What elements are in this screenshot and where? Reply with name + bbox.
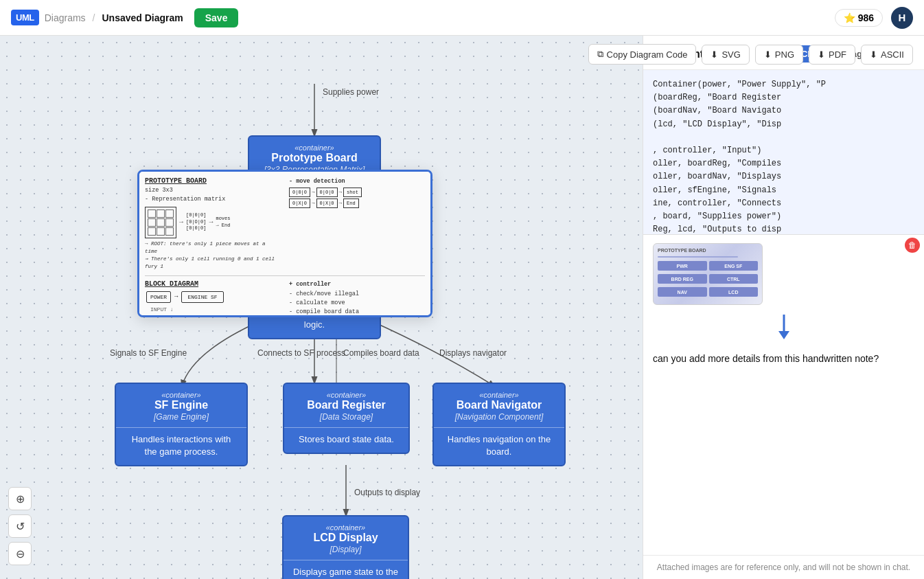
download-svg-icon: ⬇: [711, 49, 718, 60]
node-divider: [284, 560, 408, 560]
node-description: Displays game state to the user.: [292, 566, 400, 579]
label-connects-sf: Connects to SF process: [257, 348, 345, 358]
download-ascii-icon: ⬇: [870, 49, 877, 60]
diagram-canvas[interactable]: Supplies power Input Signals to SF Engin…: [0, 36, 643, 579]
label-signals-sf: Signals to SF Engine: [110, 348, 187, 358]
node-subtitle: [Display]: [292, 545, 400, 554]
breadcrumb-diagrams[interactable]: Diagrams: [45, 12, 86, 23]
zoom-controls: ⊕ ↺ ⊖: [8, 487, 32, 565]
label-outputs-display: Outputs to display: [354, 488, 420, 497]
main-content: Supplies power Input Signals to SF Engin…: [0, 36, 924, 579]
export-png-button[interactable]: ⬇ PNG: [755, 45, 803, 65]
export-ascii-button[interactable]: ⬇ ASCII: [861, 45, 913, 65]
node-divider: [434, 427, 564, 428]
zoom-out-icon: ⊖: [16, 547, 25, 560]
star-badge: ⭐ 986: [835, 9, 883, 27]
zoom-in-button[interactable]: ⊕: [8, 487, 32, 510]
assistant-panel: Assistant Chat Diagram Code Container(po…: [643, 36, 924, 579]
avatar[interactable]: H: [891, 7, 913, 29]
label-displays-nav: Displays navigator: [439, 348, 507, 358]
node-stereotype: «container»: [442, 391, 556, 399]
chat-area[interactable]: PROTOTYPE BOARD PWR ENG SF BRD REG CTRL …: [643, 235, 924, 555]
app-logo: UML: [11, 10, 39, 25]
node-stereotype: «container»: [257, 144, 371, 152]
trash-icon: 🗑: [908, 240, 916, 250]
breadcrumb-separator: /: [93, 12, 95, 23]
node-divider: [116, 427, 246, 428]
node-sf-engine: «container» SF Engine [Game Engine] Hand…: [115, 383, 248, 466]
node-stereotype: «container»: [292, 391, 400, 399]
diagram-title: Unsaved Diagram: [102, 12, 183, 23]
blue-arrow-indicator: [653, 315, 914, 342]
zoom-in-icon: ⊕: [16, 492, 25, 506]
topbar: UML Diagrams / Unsaved Diagram Save ⭐ 98…: [0, 0, 924, 36]
topbar-right: ⭐ 986 H: [835, 7, 913, 29]
star-count: 986: [858, 12, 874, 23]
node-board-navigator: «container» Board Navigator [Navigation …: [432, 383, 566, 466]
export-toolbar: ⧉ Copy Diagram Code ⬇ SVG ⬇ PNG ⬇ PDF ⬇ …: [588, 44, 913, 65]
star-icon: ⭐: [844, 12, 855, 23]
chat-message-text: can you add more details from this handw…: [653, 352, 914, 366]
node-stereotype: «container»: [292, 523, 400, 532]
node-description: Handles navigation on the board.: [442, 433, 556, 458]
node-title: Board Navigator: [442, 399, 556, 411]
download-png-icon: ⬇: [764, 49, 772, 60]
svg-marker-5: [778, 331, 789, 339]
download-pdf-icon: ⬇: [818, 49, 825, 60]
chat-footer-note: Attached images are for reference only, …: [643, 555, 924, 579]
handwritten-note-popup: PROTOTYPE BOARD size 3x3 - Representatio…: [137, 170, 432, 317]
copy-diagram-code-button[interactable]: ⧉ Copy Diagram Code: [588, 44, 697, 65]
export-pdf-button[interactable]: ⬇ PDF: [809, 45, 855, 65]
label-compiles-board: Compiles board data: [343, 348, 419, 358]
node-stereotype: «container»: [124, 391, 238, 399]
node-subtitle: [Data Storage]: [292, 412, 400, 422]
node-title: Prototype Board: [257, 152, 371, 164]
node-description: Stores board state data.: [292, 433, 400, 446]
node-board-register: «container» Board Register [Data Storage…: [283, 383, 410, 454]
zoom-reset-button[interactable]: ↺: [8, 514, 32, 538]
save-button[interactable]: Save: [194, 8, 239, 27]
node-description: Handles interactions with the game proce…: [124, 433, 238, 458]
node-divider: [284, 427, 408, 428]
node-subtitle: [Game Engine]: [124, 412, 238, 422]
export-svg-button[interactable]: ⬇ SVG: [702, 45, 749, 65]
node-lcd-display: «container» LCD Display [Display] Displa…: [282, 515, 409, 579]
node-title: LCD Display: [292, 532, 400, 544]
code-display-area[interactable]: Container(power, "Power Supply", "P (boa…: [643, 70, 924, 235]
node-subtitle: [Navigation Component]: [442, 412, 556, 422]
node-title: SF Engine: [124, 399, 238, 411]
zoom-reset-icon: ↺: [16, 520, 25, 533]
label-supplies-power: Supplies power: [323, 87, 379, 97]
delete-image-button[interactable]: 🗑: [905, 238, 920, 253]
code-content: Container(power, "Power Supply", "P (boa…: [653, 78, 914, 235]
copy-icon: ⧉: [597, 49, 603, 60]
zoom-out-button[interactable]: ⊖: [8, 542, 32, 565]
node-title: Board Register: [292, 399, 400, 411]
chat-image-attachment: PROTOTYPE BOARD PWR ENG SF BRD REG CTRL …: [653, 243, 914, 305]
image-thumbnail: PROTOTYPE BOARD PWR ENG SF BRD REG CTRL …: [653, 243, 763, 305]
